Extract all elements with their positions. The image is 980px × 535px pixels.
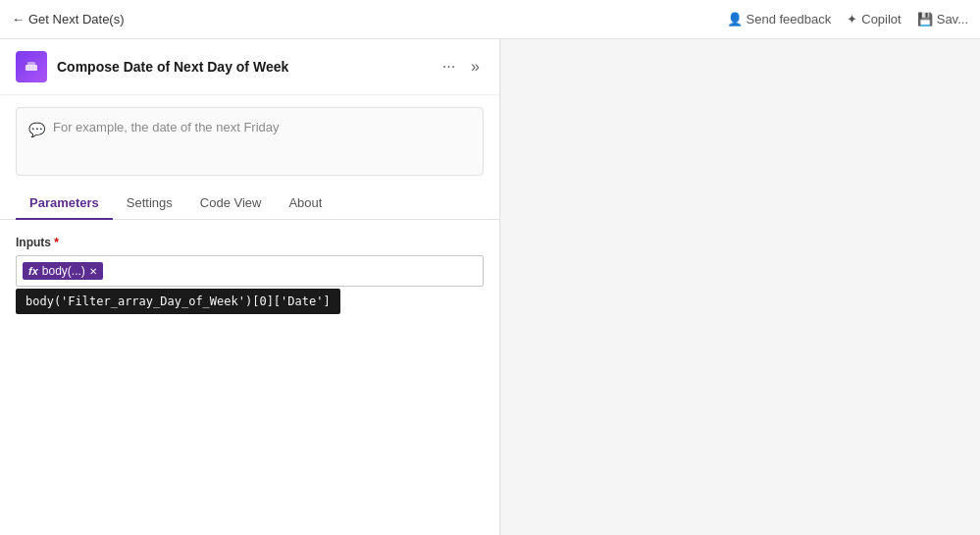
action-header: Compose Date of Next Day of Week ··· » <box>0 39 499 95</box>
autocomplete-dropdown[interactable]: body('Filter_array_Day_of_Week')[0]['Dat… <box>16 289 340 314</box>
tab-about[interactable]: About <box>275 187 335 220</box>
description-icon: 💬 <box>28 122 45 137</box>
action-header-buttons: ··· » <box>438 56 484 78</box>
collapse-panel-button[interactable]: » <box>467 56 484 78</box>
chip-remove-button[interactable]: ✕ <box>89 266 97 277</box>
fx-icon: fx <box>28 265 38 277</box>
inputs-label: Inputs * <box>16 236 484 249</box>
tabs-bar: Parameters Settings Code View About <box>0 187 499 220</box>
left-panel: Compose Date of Next Day of Week ··· » 💬… <box>0 39 500 535</box>
parameters-panel: Inputs * fx body(...) ✕ body('Filter_arr… <box>0 220 499 535</box>
canvas-inner: Current DateTimezone Adjusted + Select G… <box>500 39 980 535</box>
chip-label: body(...) <box>42 264 85 278</box>
topbar-actions: 👤 Send feedback ✦ Copilot 💾 Sav... <box>727 12 968 27</box>
svg-rect-1 <box>27 62 35 66</box>
back-icon: ← <box>12 12 25 27</box>
action-title: Compose Date of Next Day of Week <box>57 59 429 75</box>
topbar: ← Get Next Date(s) 👤 Send feedback ✦ Cop… <box>0 0 980 39</box>
back-button[interactable]: ← Get Next Date(s) <box>12 12 125 27</box>
main-layout: Compose Date of Next Day of Week ··· » 💬… <box>0 39 980 535</box>
copilot-button[interactable]: ✦ Copilot <box>847 12 901 27</box>
inputs-field[interactable]: fx body(...) ✕ <box>16 255 484 287</box>
tab-code-view[interactable]: Code View <box>186 187 276 220</box>
feedback-button[interactable]: 👤 Send feedback <box>727 12 832 27</box>
topbar-title: Get Next Date(s) <box>28 12 125 27</box>
description-placeholder: For example, the date of the next Friday <box>53 120 280 134</box>
feedback-icon: 👤 <box>727 12 743 27</box>
tab-parameters[interactable]: Parameters <box>16 187 113 220</box>
action-icon <box>16 51 47 82</box>
required-marker: * <box>54 236 59 249</box>
input-chip[interactable]: fx body(...) ✕ <box>23 262 103 280</box>
description-box[interactable]: 💬 For example, the date of the next Frid… <box>16 107 484 176</box>
save-button[interactable]: 💾 Sav... <box>917 12 968 27</box>
tab-settings[interactable]: Settings <box>113 187 186 220</box>
canvas-panel[interactable]: Current DateTimezone Adjusted + Select G… <box>500 39 980 535</box>
save-icon: 💾 <box>917 12 933 27</box>
copilot-icon: ✦ <box>847 12 857 27</box>
more-options-button[interactable]: ··· <box>438 56 459 78</box>
